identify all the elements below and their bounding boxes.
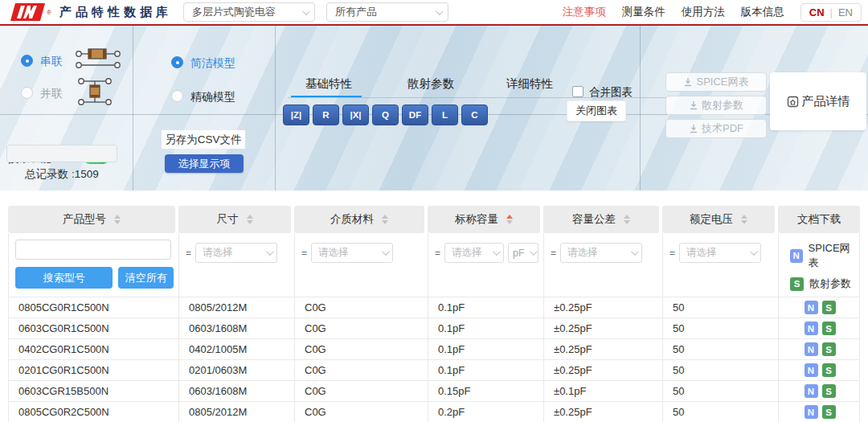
clear-all-button[interactable]: 清空所有 — [118, 267, 174, 289]
column-label: 标称容量 — [455, 212, 498, 227]
column-header-2[interactable]: 介质材料 — [294, 206, 428, 233]
scatter-params-download-button[interactable]: 散射参数 — [665, 96, 767, 115]
scatter-download-badge[interactable]: S — [822, 301, 836, 314]
cell-model: 0805CG0R2C500N — [9, 402, 179, 422]
chevron-down-icon — [266, 248, 274, 256]
product-detail-button[interactable]: 产品详情 — [770, 72, 866, 130]
equals-label: = — [435, 248, 440, 259]
column-label: 额定电压 — [690, 212, 733, 227]
material-filter-select[interactable]: 请选择 — [311, 243, 393, 263]
capacitance-unit-select[interactable]: pF — [508, 243, 538, 263]
table-row[interactable]: 0805CG0R1C500N 0805/2012M C0G 0.1pF ±0.2… — [9, 297, 859, 318]
nav-link-version[interactable]: 版本信息 — [741, 5, 784, 19]
nav-link-measure[interactable]: 测量条件 — [622, 5, 665, 19]
quick-search-input[interactable] — [6, 145, 117, 162]
sort-icon[interactable] — [114, 215, 121, 224]
sort-icon[interactable] — [741, 215, 747, 224]
parallel-radio-label[interactable]: 并联 — [40, 87, 63, 101]
param-button-z[interactable]: |Z| — [283, 104, 309, 125]
lang-en[interactable]: EN — [838, 6, 853, 18]
scatter-download-badge[interactable]: S — [822, 342, 836, 356]
spice-download-badge[interactable]: N — [805, 384, 818, 398]
merge-chart-checkbox[interactable] — [572, 86, 583, 97]
model-search-input[interactable] — [15, 240, 171, 260]
filter-cell-size: = 请选择 — [179, 233, 295, 297]
nav-link-usage[interactable]: 使用方法 — [682, 5, 725, 19]
spice-download-badge[interactable]: N — [805, 342, 818, 356]
cell-tolerance: ±0.1pF — [544, 381, 663, 401]
cell-docs: N S — [779, 339, 861, 359]
chevron-down-icon — [750, 248, 758, 256]
tech-pdf-download-button[interactable]: 技术PDF — [665, 119, 767, 138]
download-icon — [689, 124, 698, 133]
download-icon — [689, 100, 698, 110]
choose-display-button[interactable]: 选择显示项 — [165, 154, 244, 173]
table-row[interactable]: 0402CG0R1C500N 0402/1005M C0G 0.1pF ±0.2… — [9, 339, 859, 360]
chevron-down-icon — [302, 7, 310, 15]
merge-chart-label[interactable]: 合并图表 — [589, 85, 633, 100]
param-button-q[interactable]: Q — [372, 104, 399, 125]
category-select[interactable]: 多层片式陶瓷电容 — [183, 2, 315, 22]
tab-0-active[interactable]: 基础特性 — [305, 76, 352, 92]
precise-model-radio[interactable] — [171, 90, 183, 102]
scatter-download-badge[interactable]: S — [822, 322, 836, 335]
spice-download-badge[interactable]: N — [805, 405, 818, 419]
table-row[interactable]: 0603CG0R1C500N 0603/1608M C0G 0.1pF ±0.2… — [9, 318, 859, 339]
sort-icon[interactable] — [624, 215, 630, 224]
product-select[interactable]: 所有产品 — [326, 2, 448, 22]
scatter-params-label: 散射参数 — [702, 98, 743, 113]
lang-cn[interactable]: CN — [809, 6, 825, 18]
cell-model: 0201CG0R1C500N — [9, 360, 179, 380]
param-button-df[interactable]: DF — [402, 104, 428, 125]
series-radio-label[interactable]: 串联 — [40, 55, 63, 69]
cell-material: C0G — [295, 402, 428, 422]
capacitance-filter-select[interactable]: 请选择 — [444, 243, 504, 263]
tab-2[interactable]: 详细特性 — [506, 76, 553, 92]
table-row[interactable]: 0603CGR15B500N 0603/1608M C0G 0.15pF ±0.… — [9, 381, 859, 402]
param-button-l[interactable]: L — [432, 104, 458, 125]
sort-icon[interactable] — [506, 215, 513, 224]
simple-model-radio[interactable] — [171, 56, 183, 68]
column-header-1[interactable]: 尺寸 — [178, 206, 294, 233]
size-filter-select[interactable]: 请选择 — [195, 243, 277, 263]
search-model-button[interactable]: 搜索型号 — [15, 267, 113, 289]
column-header-3[interactable]: 标称容量 — [428, 206, 543, 233]
voltage-filter-select[interactable]: 请选择 — [679, 243, 761, 263]
download-icon — [683, 77, 693, 87]
language-switch[interactable]: CN | EN — [800, 3, 862, 22]
product-select-value: 所有产品 — [335, 5, 377, 19]
table-row[interactable]: 0201CG0R1C500N 0201/0603M C0G 0.1pF ±0.2… — [9, 360, 859, 381]
tolerance-filter-select[interactable]: 请选择 — [560, 243, 642, 263]
chevron-down-icon — [631, 248, 639, 256]
simple-model-label[interactable]: 简洁模型 — [190, 56, 235, 71]
close-chart-button[interactable]: 关闭图表 — [567, 100, 626, 121]
cell-size: 0805/2012M — [179, 297, 295, 318]
scatter-download-badge[interactable]: S — [822, 363, 836, 377]
sort-icon[interactable] — [247, 215, 253, 224]
header-nav: 注意事项 测量条件 使用方法 版本信息 CN | EN — [563, 3, 862, 22]
tab-1[interactable]: 散射参数 — [407, 76, 454, 92]
spice-download-badge[interactable]: N — [805, 363, 818, 377]
nav-link-notice[interactable]: 注意事项 — [563, 5, 606, 19]
scatter-download-badge[interactable]: S — [822, 405, 836, 419]
table-row[interactable]: 0805CG0R2C500N 0805/2012M C0G 0.2pF ±0.2… — [9, 402, 859, 422]
column-header-4[interactable]: 容量公差 — [543, 206, 662, 233]
spice-download-badge[interactable]: N — [805, 301, 818, 314]
save-csv-button[interactable]: 另存为CSV文件 — [162, 130, 245, 149]
active-tab-underline — [291, 96, 362, 97]
column-header-0[interactable]: 产品型号 — [8, 206, 178, 233]
scatter-download-badge[interactable]: S — [822, 384, 836, 398]
cell-tolerance: ±0.25pF — [544, 402, 663, 422]
spice-netlist-download-button[interactable]: SPICE网表 — [665, 72, 767, 92]
param-button-c[interactable]: C — [461, 104, 488, 125]
param-button-x[interactable]: |X| — [342, 104, 369, 125]
sort-icon[interactable] — [382, 215, 388, 224]
parallel-circuit-icon — [77, 76, 113, 108]
precise-model-label[interactable]: 精确模型 — [190, 90, 235, 104]
parallel-radio[interactable] — [21, 87, 33, 99]
spice-download-badge[interactable]: N — [805, 322, 818, 335]
cell-material: C0G — [295, 297, 428, 318]
column-header-5[interactable]: 额定电压 — [662, 206, 778, 233]
param-button-r[interactable]: R — [313, 104, 339, 125]
series-radio[interactable] — [21, 55, 33, 67]
